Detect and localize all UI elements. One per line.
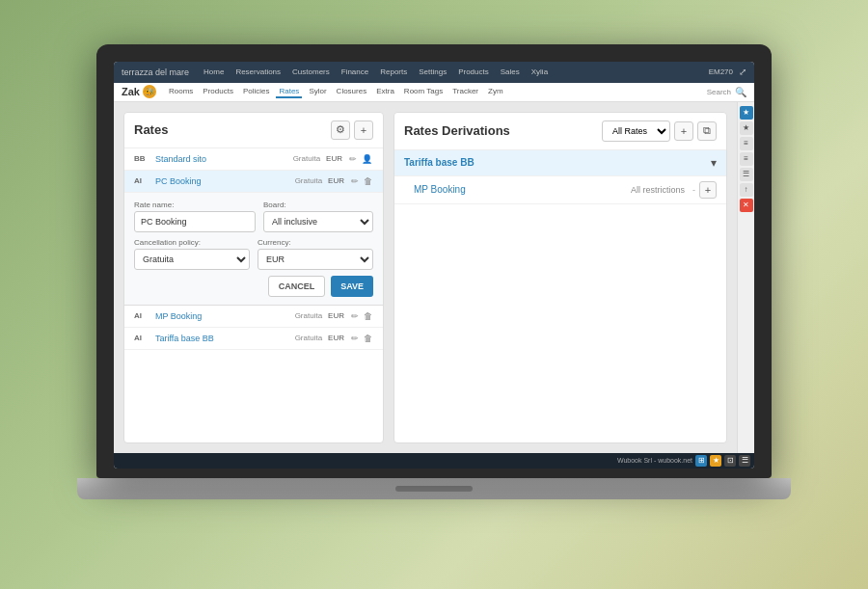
rate-currency-pc: EUR (328, 176, 344, 185)
taskbar-icon-grid[interactable]: ⊞ (695, 455, 707, 467)
side-tool-up[interactable]: ↑ (740, 183, 753, 197)
rate-edit-tariffa[interactable]: ✏ (350, 333, 360, 344)
brand-name: terrazza del mare (122, 67, 189, 77)
rate-delete-pc[interactable]: 🗑 (363, 175, 373, 187)
nav-sales[interactable]: Sales (498, 67, 523, 77)
deriv-name-tariffa-base: Tariffa base BB (404, 157, 705, 168)
deriv-sub-dash-mp: - (692, 185, 695, 195)
all-rates-select[interactable]: All Rates (602, 120, 670, 142)
form-buttons: CANCEL SAVE (134, 276, 373, 297)
rates-settings-button[interactable]: ⚙ (331, 120, 350, 140)
tab-closures[interactable]: Closures (334, 86, 370, 98)
secondary-nav: Rooms Products Policies Rates Sylor Clos… (166, 86, 707, 98)
side-tool-star1[interactable]: ★ (740, 106, 753, 120)
rate-currency-mp: EUR (328, 311, 344, 320)
deriv-arrow-tariffa: ▾ (711, 156, 717, 170)
rate-item-tariffa-base: AI Tariffa base BB Gratuita EUR ✏ 🗑 (124, 328, 383, 350)
deriv-sub-add-mp[interactable]: + (699, 181, 717, 199)
rate-name-mp-booking[interactable]: MP Booking (155, 311, 289, 321)
side-tool-list2[interactable]: ≡ (740, 152, 753, 166)
rates-add-button[interactable]: + (354, 120, 373, 140)
save-button[interactable]: SAVE (331, 276, 373, 297)
deriv-sub-info-mp: All restrictions (631, 185, 685, 195)
rate-actions-mp: ✏ 🗑 (350, 310, 373, 322)
taskbar-text: Wubook Srl - wubook.net (617, 457, 692, 464)
rate-delete-mp[interactable]: 🗑 (363, 310, 373, 322)
deriv-add-button[interactable]: + (674, 121, 693, 141)
tab-tracker[interactable]: Tracker (449, 86, 481, 98)
screen-body: Rates ⚙ + BB Standard sito Gratuita EUR (114, 102, 754, 453)
rate-user-standard[interactable]: 👤 (361, 153, 373, 165)
board-label: Board: (263, 201, 373, 209)
screen: terrazza del mare Home Reservations Cust… (114, 62, 754, 469)
rate-policy-mp: Gratuita (295, 311, 322, 320)
form-row-2: Cancellation policy: Gratuita Non rimbor… (134, 238, 373, 270)
nav-xylia[interactable]: Xylia (529, 67, 551, 77)
rate-edit-form: Rate name: Board: All inclusive Bed & Br… (124, 193, 383, 306)
nav-products[interactable]: Products (455, 67, 492, 77)
tab-room-tags[interactable]: Room Tags (401, 86, 446, 98)
rate-edit-mp[interactable]: ✏ (350, 310, 360, 322)
deriv-copy-button[interactable]: ⧉ (697, 121, 717, 141)
nav-home[interactable]: Home (201, 67, 227, 77)
deriv-item-tariffa-base[interactable]: Tariffa base BB ▾ (394, 150, 726, 176)
rate-name-pc-booking[interactable]: PC Booking (155, 176, 289, 186)
rate-tag-ai-pc: AI (134, 176, 149, 185)
tab-zym[interactable]: Zym (485, 86, 506, 98)
rate-delete-tariffa[interactable]: 🗑 (363, 333, 373, 344)
tab-rooms[interactable]: Rooms (166, 86, 196, 98)
nav-settings[interactable]: Settings (416, 67, 449, 77)
rate-policy-tariffa: Gratuita (295, 334, 322, 342)
rates-header-icons: ⚙ + (331, 120, 373, 140)
top-navbar: terrazza del mare Home Reservations Cust… (114, 62, 754, 83)
rate-tag-bb: BB (134, 154, 149, 163)
cancel-button[interactable]: CANCEL (268, 276, 326, 297)
nav-finance[interactable]: Finance (339, 67, 371, 77)
logo-text: Zak (122, 86, 140, 97)
rate-policy-pc: Gratuita (295, 176, 322, 185)
rate-name-input[interactable] (134, 211, 256, 232)
form-group-board: Board: All inclusive Bed & Breakfast Hal… (263, 201, 373, 232)
rate-actions-standard: ✏ 👤 (348, 153, 373, 165)
screen-bezel: terrazza del mare Home Reservations Cust… (96, 44, 772, 478)
taskbar-icon-star[interactable]: ★ (710, 455, 721, 467)
currency-select[interactable]: EUR USD GBP (258, 249, 373, 270)
nav-reservations[interactable]: Reservations (232, 67, 284, 77)
tab-rates[interactable]: Rates (276, 86, 302, 98)
deriv-sub-mp-booking: MP Booking All restrictions - + (394, 176, 726, 204)
secondary-navbar: Zak 🐝 Rooms Products Policies Rates Sylo… (114, 83, 754, 102)
taskbar-icon-menu[interactable]: ☰ (739, 455, 750, 467)
side-tool-x[interactable]: ✕ (740, 199, 753, 212)
tab-sylor[interactable]: Sylor (306, 86, 329, 98)
taskbar-icon-box[interactable]: ⊡ (724, 455, 736, 467)
tab-extra[interactable]: Extra (373, 86, 397, 98)
rate-tag-ai-tb: AI (134, 334, 149, 342)
form-group-rate-name: Rate name: (134, 201, 256, 232)
rate-name-tariffa-base[interactable]: Tariffa base BB (155, 334, 289, 343)
derivations-title: Rates Derivations (404, 123, 510, 138)
rate-actions-pc: ✏ 🗑 (350, 175, 373, 187)
deriv-sub-name-mp[interactable]: MP Booking (414, 184, 631, 195)
tab-policies[interactable]: Policies (240, 86, 273, 98)
derivations-controls: All Rates + ⧉ (602, 120, 717, 142)
nav-customers[interactable]: Customers (289, 67, 333, 77)
cancellation-select[interactable]: Gratuita Non rimborsabile (134, 249, 250, 270)
rate-edit-standard[interactable]: ✏ (348, 153, 358, 165)
rate-item-standard-sito: BB Standard sito Gratuita EUR ✏ 👤 (124, 148, 383, 171)
search-icon[interactable]: 🔍 (735, 87, 746, 97)
rate-tag-ai-mp: AI (134, 311, 149, 320)
expand-icon[interactable]: ⤢ (739, 67, 746, 77)
laptop-notch (395, 486, 473, 492)
side-tool-star2[interactable]: ★ (740, 121, 753, 135)
nav-reports[interactable]: Reports (377, 67, 410, 77)
derivations-header: Rates Derivations All Rates + ⧉ (394, 113, 726, 150)
tab-products[interactable]: Products (200, 86, 236, 98)
rate-edit-pc[interactable]: ✏ (350, 175, 360, 187)
rate-item-mp-booking: AI MP Booking Gratuita EUR ✏ 🗑 (124, 306, 383, 328)
rate-name-standard-sito[interactable]: Standard sito (155, 154, 287, 164)
rate-currency-tariffa: EUR (328, 334, 344, 342)
side-tool-menu[interactable]: ☰ (740, 168, 753, 181)
rate-item-pc-booking: AI PC Booking Gratuita EUR ✏ 🗑 (124, 171, 383, 193)
board-select[interactable]: All inclusive Bed & Breakfast Half Board (263, 211, 373, 232)
side-tool-list1[interactable]: ≡ (740, 137, 753, 150)
